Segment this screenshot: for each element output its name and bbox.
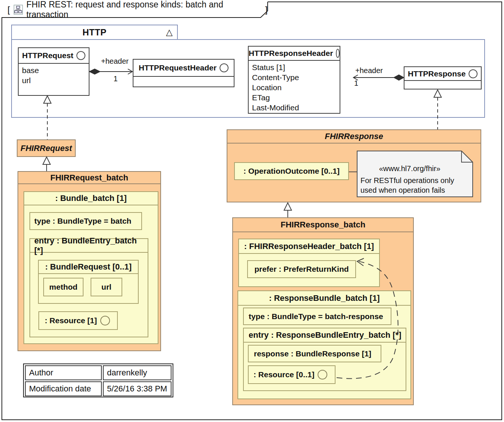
assoc-request-header-label: +header — [98, 57, 132, 66]
attribute: url — [22, 76, 89, 86]
property-responsebundle-type-label: type : BundleType = batch-response — [249, 312, 383, 321]
class-httprequest-attributes: base url — [19, 64, 89, 86]
table-row: Author darrenkelly — [25, 365, 171, 380]
property-bundle-entry-label: entry : BundleEntry_batch [*] — [30, 239, 148, 253]
class-fhirresponse-batch-name: FHIRResponse_batch — [233, 218, 413, 232]
circle-icon — [318, 370, 327, 380]
property-prefer[interactable]: prefer : PreferReturnKind — [247, 260, 356, 278]
class-httprequest-header: HTTPRequest — [19, 48, 89, 64]
circle-icon — [469, 69, 478, 78]
circle-icon — [220, 63, 229, 72]
attribute: Last-Modified — [252, 103, 340, 113]
table-cell-label: Modification date — [25, 381, 102, 396]
property-responsebundle-entry-label: entry : ResponseBundleEntry_batch [*] — [244, 328, 406, 343]
attribute: Location — [252, 83, 340, 93]
property-resource-1[interactable]: : Resource [1] — [38, 311, 118, 330]
class-fhirrequest[interactable]: FHIRRequest — [17, 139, 76, 157]
diagram-title: FHIR REST: request and response kinds: b… — [26, 0, 262, 20]
property-resource-2[interactable]: : Resource [0..1] — [248, 365, 336, 384]
property-resource-1-label: : Resource [1] — [45, 316, 97, 325]
property-method[interactable]: method — [43, 278, 84, 296]
class-httpresponse-name: HTTPResponse — [408, 69, 466, 78]
note-stereotype: «www.hl7.org/fhir» — [357, 164, 462, 173]
property-resource-2-label: : Resource [0..1] — [253, 370, 314, 379]
property-responsebundle-batch-label: : ResponseBundle_batch [1] — [238, 291, 410, 306]
class-diagram-icon — [13, 4, 23, 15]
property-bundleresponse-label: response : BundleResponse [1] — [254, 349, 371, 358]
property-url[interactable]: url — [91, 278, 122, 296]
table-cell-value: darrenkelly — [103, 365, 171, 380]
property-bundlerequest-label: : BundleRequest [0..1] — [39, 261, 138, 274]
property-bundleresponse[interactable]: response : BundleResponse [1] — [248, 345, 381, 362]
class-fhirrequest-name: FHIRRequest — [21, 144, 72, 153]
class-httpresponseheader[interactable]: HTTPResponseHeader Status [1] Content-Ty… — [248, 46, 340, 114]
property-bundle-batch-label: : Bundle_batch [1] — [24, 192, 158, 205]
assoc-request-header-multiplicity: 1 — [111, 75, 120, 83]
note-line1: For RESTful operations only — [360, 176, 454, 185]
class-fhirrequest-batch-name: FHIRRequest_batch — [18, 172, 160, 184]
circle-icon — [100, 316, 110, 325]
property-fhirresponseheader-batch-label: : FHIRResponseHeader_batch [1] — [239, 239, 379, 254]
diagram-canvas: [ FHIR REST: request and response kinds:… — [0, 0, 504, 422]
class-httprequestheader-name: HTTPRequestHeader — [139, 63, 217, 72]
property-method-label: method — [49, 283, 78, 292]
class-httpresponse-header: HTTPResponse — [404, 67, 481, 81]
property-bundle-type-label: type : BundleType = batch — [34, 217, 131, 226]
assoc-response-header-label: +header — [355, 66, 390, 75]
http-package-name: HTTP — [82, 27, 107, 38]
class-httpresponse[interactable]: HTTPResponse — [404, 66, 482, 89]
attribute: Status [1] — [252, 63, 340, 73]
table-cell-value: 5/26/16 3:38 PM — [103, 381, 171, 396]
diagram-info-table: Author darrenkelly Modification date 5/2… — [23, 363, 173, 397]
property-responsebundle-type[interactable]: type : BundleType = batch-response — [243, 308, 391, 325]
property-operationoutcome[interactable]: : OperationOutcome [0..1] — [234, 162, 349, 180]
assoc-response-header-multiplicity: 1 — [354, 79, 363, 88]
attribute: Content-Type — [252, 73, 340, 83]
class-httprequest[interactable]: HTTPRequest base url — [18, 47, 89, 96]
class-httpresponseheader-attributes: Status [1] Content-Type Location ETag La… — [249, 61, 340, 113]
attribute: ETag — [252, 93, 340, 103]
note-line2: used when operation fails — [360, 186, 445, 195]
property-bundle-type[interactable]: type : BundleType = batch — [29, 212, 142, 230]
property-operationoutcome-label: : OperationOutcome [0..1] — [243, 167, 340, 176]
class-httpresponseheader-header: HTTPResponseHeader — [249, 47, 340, 61]
title-close-bracket: ] — [265, 4, 268, 15]
circle-icon — [76, 51, 85, 60]
property-prefer-label: prefer : PreferReturnKind — [254, 265, 349, 274]
table-cell-label: Author — [25, 365, 102, 380]
class-fhirresponse-name: FHIRResponse — [227, 130, 481, 144]
circle-icon — [336, 49, 340, 58]
note-content: «www.hl7.org/fhir» For RESTful operation… — [357, 151, 473, 197]
class-httpresponseheader-name: HTTPResponseHeader — [249, 49, 333, 58]
table-row: Modification date 5/26/16 3:38 PM — [25, 381, 171, 396]
attribute: base — [22, 66, 89, 76]
class-httprequestheader-header: HTTPRequestHeader — [133, 60, 234, 77]
class-httprequest-name: HTTPRequest — [22, 51, 73, 60]
title-open-bracket: [ — [7, 4, 10, 15]
class-httprequestheader[interactable]: HTTPRequestHeader — [133, 59, 234, 87]
collapse-triangle-icon[interactable]: △ — [166, 27, 173, 37]
diagram-title-tab: [ FHIR REST: request and response kinds:… — [1, 1, 268, 18]
property-url-label: url — [101, 283, 111, 292]
http-package-tab[interactable]: HTTP △ — [11, 25, 178, 40]
